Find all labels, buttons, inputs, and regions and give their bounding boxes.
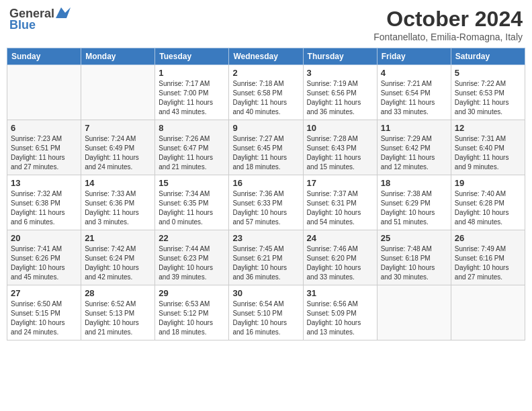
day-number: 29: [159, 288, 225, 298]
day-number: 17: [307, 178, 373, 188]
day-info: Sunrise: 7:45 AMSunset: 6:21 PMDaylight:…: [232, 245, 287, 281]
day-number: 7: [85, 123, 151, 133]
page-header: General Blue October 2024 Fontanellato, …: [7, 7, 525, 42]
calendar-cell: 3 Sunrise: 7:19 AMSunset: 6:56 PMDayligh…: [303, 65, 377, 120]
day-number: 12: [455, 123, 521, 133]
calendar-cell: 21 Sunrise: 7:42 AMSunset: 6:24 PMDaylig…: [81, 230, 155, 285]
day-info: Sunrise: 7:40 AMSunset: 6:28 PMDaylight:…: [455, 190, 509, 226]
day-info: Sunrise: 7:28 AMSunset: 6:43 PMDaylight:…: [307, 135, 361, 171]
logo-blue-text: Blue: [9, 18, 36, 32]
day-number: 20: [11, 233, 77, 243]
calendar-cell: 17 Sunrise: 7:37 AMSunset: 6:31 PMDaylig…: [303, 175, 377, 230]
calendar-cell: 13 Sunrise: 7:32 AMSunset: 6:38 PMDaylig…: [7, 175, 81, 230]
day-info: Sunrise: 7:18 AMSunset: 6:58 PMDaylight:…: [232, 80, 287, 116]
calendar-cell: 23 Sunrise: 7:45 AMSunset: 6:21 PMDaylig…: [229, 230, 303, 285]
day-info: Sunrise: 7:44 AMSunset: 6:23 PMDaylight:…: [159, 245, 213, 281]
day-number: 25: [381, 233, 447, 243]
day-info: Sunrise: 6:50 AMSunset: 5:15 PMDaylight:…: [11, 300, 65, 336]
day-info: Sunrise: 7:46 AMSunset: 6:20 PMDaylight:…: [307, 245, 361, 281]
day-number: 10: [307, 123, 373, 133]
day-number: 13: [11, 178, 77, 188]
day-info: Sunrise: 7:34 AMSunset: 6:35 PMDaylight:…: [159, 190, 213, 226]
day-number: 14: [85, 178, 151, 188]
calendar-cell: 22 Sunrise: 7:44 AMSunset: 6:23 PMDaylig…: [155, 230, 229, 285]
calendar-cell: 10 Sunrise: 7:28 AMSunset: 6:43 PMDaylig…: [303, 120, 377, 175]
calendar-week-3: 13 Sunrise: 7:32 AMSunset: 6:38 PMDaylig…: [7, 175, 525, 230]
day-number: 3: [307, 68, 373, 78]
day-number: 27: [11, 288, 77, 298]
logo: General Blue: [9, 7, 71, 32]
calendar-cell: 29 Sunrise: 6:53 AMSunset: 5:12 PMDaylig…: [155, 285, 229, 340]
day-number: 15: [159, 178, 225, 188]
calendar-cell: 8 Sunrise: 7:26 AMSunset: 6:47 PMDayligh…: [155, 120, 229, 175]
calendar-cell: [451, 285, 525, 340]
calendar-cell: 15 Sunrise: 7:34 AMSunset: 6:35 PMDaylig…: [155, 175, 229, 230]
svg-marker-0: [56, 7, 71, 18]
calendar-cell: 9 Sunrise: 7:27 AMSunset: 6:45 PMDayligh…: [229, 120, 303, 175]
calendar-cell: 27 Sunrise: 6:50 AMSunset: 5:15 PMDaylig…: [7, 285, 81, 340]
calendar-cell: 18 Sunrise: 7:38 AMSunset: 6:29 PMDaylig…: [377, 175, 451, 230]
calendar-table: SundayMondayTuesdayWednesdayThursdayFrid…: [7, 48, 525, 340]
day-number: 18: [381, 178, 447, 188]
day-number: 2: [232, 68, 299, 78]
calendar-cell: 30 Sunrise: 6:54 AMSunset: 5:10 PMDaylig…: [229, 285, 303, 340]
day-number: 30: [232, 288, 299, 298]
calendar-cell: 7 Sunrise: 7:24 AMSunset: 6:49 PMDayligh…: [81, 120, 155, 175]
day-number: 8: [159, 123, 225, 133]
day-number: 26: [455, 233, 521, 243]
logo-bird-icon: [56, 7, 71, 18]
day-number: 11: [381, 123, 447, 133]
calendar-cell: 19 Sunrise: 7:40 AMSunset: 6:28 PMDaylig…: [451, 175, 525, 230]
calendar-cell: 14 Sunrise: 7:33 AMSunset: 6:36 PMDaylig…: [81, 175, 155, 230]
header-tuesday: Tuesday: [155, 48, 229, 65]
day-info: Sunrise: 7:22 AMSunset: 6:53 PMDaylight:…: [455, 80, 509, 116]
day-info: Sunrise: 6:52 AMSunset: 5:13 PMDaylight:…: [85, 300, 139, 336]
header-thursday: Thursday: [303, 48, 377, 65]
day-info: Sunrise: 7:29 AMSunset: 6:42 PMDaylight:…: [381, 135, 435, 171]
day-number: 21: [85, 233, 151, 243]
calendar-cell: 16 Sunrise: 7:36 AMSunset: 6:33 PMDaylig…: [229, 175, 303, 230]
calendar-cell: 28 Sunrise: 6:52 AMSunset: 5:13 PMDaylig…: [81, 285, 155, 340]
calendar-cell: 5 Sunrise: 7:22 AMSunset: 6:53 PMDayligh…: [451, 65, 525, 120]
calendar-week-4: 20 Sunrise: 7:41 AMSunset: 6:26 PMDaylig…: [7, 230, 525, 285]
header-wednesday: Wednesday: [229, 48, 303, 65]
calendar-cell: 1 Sunrise: 7:17 AMSunset: 7:00 PMDayligh…: [155, 65, 229, 120]
day-number: 5: [455, 68, 521, 78]
calendar-cell: 25 Sunrise: 7:48 AMSunset: 6:18 PMDaylig…: [377, 230, 451, 285]
day-info: Sunrise: 7:21 AMSunset: 6:54 PMDaylight:…: [381, 80, 435, 116]
month-title: October 2024: [373, 7, 523, 32]
title-block: October 2024 Fontanellato, Emilia-Romagn…: [373, 7, 523, 42]
calendar-cell: 4 Sunrise: 7:21 AMSunset: 6:54 PMDayligh…: [377, 65, 451, 120]
calendar-cell: [377, 285, 451, 340]
calendar-week-1: 1 Sunrise: 7:17 AMSunset: 7:00 PMDayligh…: [7, 65, 525, 120]
calendar-cell: [7, 65, 81, 120]
day-number: 22: [159, 233, 225, 243]
day-info: Sunrise: 7:37 AMSunset: 6:31 PMDaylight:…: [307, 190, 361, 226]
day-info: Sunrise: 7:42 AMSunset: 6:24 PMDaylight:…: [85, 245, 139, 281]
calendar-cell: 11 Sunrise: 7:29 AMSunset: 6:42 PMDaylig…: [377, 120, 451, 175]
header-friday: Friday: [377, 48, 451, 65]
calendar-header-row: SundayMondayTuesdayWednesdayThursdayFrid…: [7, 48, 525, 65]
day-number: 28: [85, 288, 151, 298]
day-info: Sunrise: 7:41 AMSunset: 6:26 PMDaylight:…: [11, 245, 65, 281]
calendar-cell: [81, 65, 155, 120]
header-saturday: Saturday: [451, 48, 525, 65]
calendar-cell: 6 Sunrise: 7:23 AMSunset: 6:51 PMDayligh…: [7, 120, 81, 175]
calendar-cell: 12 Sunrise: 7:31 AMSunset: 6:40 PMDaylig…: [451, 120, 525, 175]
day-info: Sunrise: 6:53 AMSunset: 5:12 PMDaylight:…: [159, 300, 213, 336]
day-number: 9: [232, 123, 299, 133]
calendar-week-5: 27 Sunrise: 6:50 AMSunset: 5:15 PMDaylig…: [7, 285, 525, 340]
day-number: 23: [232, 233, 299, 243]
day-info: Sunrise: 7:26 AMSunset: 6:47 PMDaylight:…: [159, 135, 213, 171]
calendar-cell: 31 Sunrise: 6:56 AMSunset: 5:09 PMDaylig…: [303, 285, 377, 340]
day-info: Sunrise: 7:49 AMSunset: 6:16 PMDaylight:…: [455, 245, 509, 281]
day-info: Sunrise: 7:38 AMSunset: 6:29 PMDaylight:…: [381, 190, 435, 226]
day-info: Sunrise: 7:48 AMSunset: 6:18 PMDaylight:…: [381, 245, 435, 281]
day-number: 6: [11, 123, 77, 133]
day-info: Sunrise: 7:24 AMSunset: 6:49 PMDaylight:…: [85, 135, 139, 171]
location-subtitle: Fontanellato, Emilia-Romagna, Italy: [373, 32, 523, 42]
calendar-cell: 24 Sunrise: 7:46 AMSunset: 6:20 PMDaylig…: [303, 230, 377, 285]
day-info: Sunrise: 7:33 AMSunset: 6:36 PMDaylight:…: [85, 190, 139, 226]
day-info: Sunrise: 7:27 AMSunset: 6:45 PMDaylight:…: [232, 135, 287, 171]
day-number: 19: [455, 178, 521, 188]
